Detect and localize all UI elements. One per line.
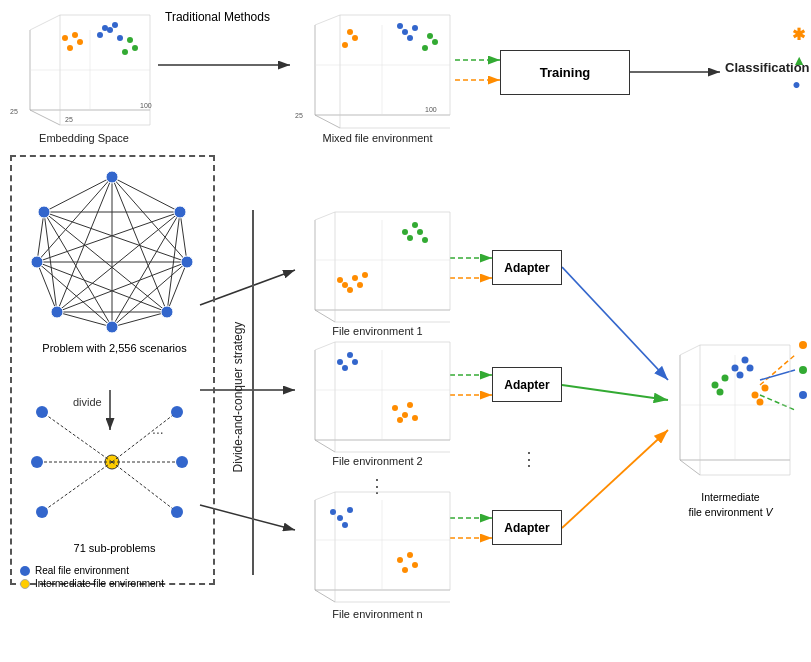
svg-line-18 bbox=[562, 267, 668, 380]
svg-point-197 bbox=[712, 382, 719, 389]
svg-text:100: 100 bbox=[425, 106, 437, 113]
svg-point-104 bbox=[181, 256, 193, 268]
svg-text:100: 100 bbox=[140, 102, 152, 109]
legend: Real file environment Intermediate file … bbox=[20, 565, 164, 591]
svg-point-71 bbox=[427, 33, 433, 39]
svg-line-126 bbox=[315, 310, 335, 322]
file-env-2-label: File environment 2 bbox=[295, 455, 460, 467]
svg-point-134 bbox=[342, 282, 348, 288]
svg-point-40 bbox=[112, 22, 118, 28]
file-env-1-plot bbox=[295, 210, 460, 325]
svg-point-102 bbox=[106, 171, 118, 183]
svg-text:⋮: ⋮ bbox=[520, 449, 538, 469]
svg-line-147 bbox=[315, 440, 335, 452]
classification-legend: ✱ ▲ ● bbox=[792, 25, 806, 92]
svg-point-107 bbox=[51, 306, 63, 318]
svg-point-66 bbox=[342, 42, 348, 48]
adapter-n-box: Adapter bbox=[492, 510, 562, 545]
svg-line-55 bbox=[315, 15, 340, 25]
svg-point-39 bbox=[117, 35, 123, 41]
svg-point-68 bbox=[347, 29, 353, 35]
svg-line-29 bbox=[30, 15, 60, 30]
file-env-n-label: File environment n bbox=[295, 608, 460, 620]
svg-line-112 bbox=[112, 412, 177, 462]
strategy-label: Divide-and-conquer strategy bbox=[231, 297, 245, 497]
svg-point-175 bbox=[347, 507, 353, 513]
triangle-icon: ▲ bbox=[792, 52, 806, 68]
svg-point-138 bbox=[357, 282, 363, 288]
training-label: Training bbox=[540, 65, 591, 80]
svg-point-201 bbox=[762, 385, 769, 392]
svg-point-67 bbox=[352, 35, 358, 41]
mixed-file-env-label: Mixed file environment bbox=[295, 132, 460, 144]
main-diagram: divide ⋮ bbox=[0, 0, 811, 662]
legend-intermediate-label: Intermediate file environment bbox=[35, 578, 164, 589]
svg-point-199 bbox=[717, 389, 724, 396]
svg-line-127 bbox=[315, 212, 335, 220]
svg-point-137 bbox=[337, 277, 343, 283]
svg-point-161 bbox=[407, 402, 413, 408]
svg-point-144 bbox=[422, 237, 428, 243]
svg-line-28 bbox=[30, 110, 60, 125]
file-env-n-plot bbox=[295, 490, 460, 605]
svg-point-118 bbox=[171, 406, 183, 418]
svg-line-80 bbox=[44, 177, 112, 212]
svg-point-70 bbox=[432, 39, 438, 45]
svg-point-119 bbox=[176, 456, 188, 468]
svg-point-157 bbox=[342, 365, 348, 371]
svg-point-174 bbox=[337, 515, 343, 521]
svg-point-163 bbox=[397, 417, 403, 423]
svg-line-81 bbox=[180, 212, 187, 262]
mixed-file-env-plot: 25 100 bbox=[295, 10, 460, 130]
svg-point-44 bbox=[72, 32, 78, 38]
svg-text:25: 25 bbox=[10, 108, 18, 115]
svg-point-135 bbox=[352, 275, 358, 281]
svg-line-20 bbox=[562, 430, 668, 528]
svg-line-166 bbox=[315, 590, 335, 602]
svg-point-108 bbox=[31, 256, 43, 268]
circle-icon: ● bbox=[792, 76, 800, 92]
adapter-1-box: Adapter bbox=[492, 250, 562, 285]
dashed-problem-box: Problem with 2,556 scenarios ··· 71 s bbox=[10, 155, 215, 585]
file-env-1-label: File environment 1 bbox=[295, 325, 460, 337]
svg-point-142 bbox=[407, 235, 413, 241]
star-icon: ✱ bbox=[792, 25, 805, 44]
svg-line-101 bbox=[37, 212, 44, 262]
svg-point-41 bbox=[102, 25, 108, 31]
svg-point-158 bbox=[352, 359, 358, 365]
intermediate-env-label: Intermediatefile environment V bbox=[658, 490, 803, 519]
svg-point-122 bbox=[31, 456, 43, 468]
svg-point-42 bbox=[67, 45, 73, 51]
svg-point-200 bbox=[752, 392, 759, 399]
svg-line-114 bbox=[112, 462, 177, 512]
svg-point-62 bbox=[402, 29, 408, 35]
svg-line-19 bbox=[562, 385, 668, 400]
svg-point-155 bbox=[337, 359, 343, 365]
embedding-space-plot: 25 25 100 bbox=[10, 10, 158, 130]
svg-point-120 bbox=[171, 506, 183, 518]
svg-line-54 bbox=[315, 115, 340, 128]
traditional-methods-label: Traditional Methods bbox=[165, 10, 270, 26]
svg-line-167 bbox=[315, 492, 335, 500]
svg-point-45 bbox=[62, 35, 68, 41]
svg-point-109 bbox=[38, 206, 50, 218]
svg-point-194 bbox=[742, 357, 749, 364]
svg-line-148 bbox=[315, 342, 335, 350]
svg-point-198 bbox=[722, 375, 729, 382]
svg-point-136 bbox=[347, 287, 353, 293]
svg-point-159 bbox=[392, 405, 398, 411]
strategy-bar bbox=[252, 210, 254, 575]
subproblems-label: 71 sub-problems bbox=[17, 542, 212, 554]
svg-point-117 bbox=[36, 406, 48, 418]
svg-point-106 bbox=[106, 321, 118, 333]
svg-point-46 bbox=[122, 49, 128, 55]
svg-text:···: ··· bbox=[152, 424, 164, 440]
svg-line-74 bbox=[112, 177, 180, 212]
svg-point-64 bbox=[407, 35, 413, 41]
svg-point-140 bbox=[402, 229, 408, 235]
svg-point-105 bbox=[161, 306, 173, 318]
intermediate-env-plot bbox=[660, 340, 805, 485]
svg-point-195 bbox=[737, 372, 744, 379]
svg-point-181 bbox=[402, 567, 408, 573]
svg-line-111 bbox=[42, 412, 112, 462]
